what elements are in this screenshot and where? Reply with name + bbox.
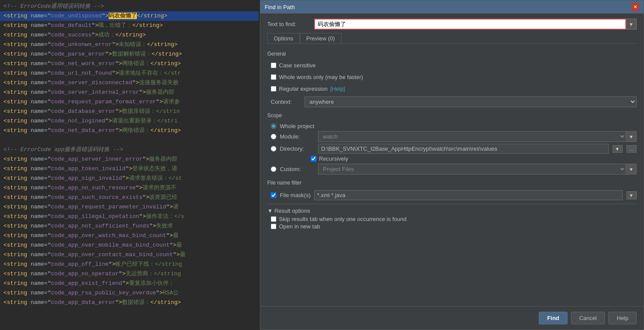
scope-module-dropdown-btn[interactable]: ▼ — [626, 131, 637, 142]
code-line: <string name="code_app_sign_invalid">请求签… — [0, 174, 259, 183]
code-line: <string name="code_default">哦，出错了：</stri… — [0, 21, 259, 30]
dialog-body: Text to find: ▼ Options Preview (0) Gene… — [260, 13, 644, 306]
skip-results-label[interactable]: Skip results tab when only one occurrenc… — [279, 216, 406, 222]
scope-whole-project-radio[interactable] — [271, 123, 276, 129]
cancel-button[interactable]: Cancel — [571, 312, 605, 324]
scope-directory-browse-btn[interactable]: … — [626, 145, 637, 153]
dialog-titlebar: Find in Path ✕ — [260, 0, 644, 13]
dialog-tabs: Options Preview (0) — [267, 33, 637, 44]
file-filter-label: File name filter — [267, 180, 637, 186]
code-line: <string name="code_app_request_parameter… — [0, 202, 259, 212]
scope-directory-row: Directory: D:\BBK_SVN\XTC_I2Base_AppHttp… — [267, 144, 637, 154]
text-to-find-row: Text to find: ▼ — [267, 19, 637, 30]
dialog-footer: Find Cancel Help — [260, 306, 644, 330]
code-line: <string name="code_app_server_inner_erro… — [0, 155, 259, 164]
context-row: Context: anywhere in strings in comments… — [267, 96, 637, 107]
whole-words-label[interactable]: Whole words only (may be faster) — [279, 74, 363, 80]
code-line — [0, 135, 259, 145]
scope-module-select-wrapper: watch ▼ — [318, 131, 637, 142]
help-button[interactable]: Help — [608, 312, 637, 324]
code-line: <string name="code_app_rsa_public_key_ov… — [0, 288, 259, 298]
scope-whole-project-label[interactable]: Whole project — [280, 123, 315, 129]
whole-words-row: Whole words only (may be faster) — [267, 74, 637, 80]
code-line: <string name="code_app_not_sufficient_fu… — [0, 221, 259, 231]
scope-directory-dropdown-btn[interactable]: ▼ — [612, 145, 623, 153]
search-input-wrapper: ▼ — [314, 19, 637, 30]
code-editor: <!-- ErrorCode通用错误码转换 --><string name="c… — [0, 0, 259, 330]
scope-custom-select-wrapper: Project Files ▼ — [318, 164, 637, 175]
code-line: <string name="code_app_off_line">账户已经下线：… — [0, 260, 259, 269]
scope-module-select[interactable]: watch — [318, 131, 626, 142]
open-new-tab-label[interactable]: Open in new tab — [279, 223, 320, 230]
find-button[interactable]: Find — [539, 312, 567, 324]
scope-directory-radio[interactable] — [271, 146, 276, 152]
scope-custom-label[interactable]: Custom: — [280, 166, 315, 172]
file-mask-label[interactable]: File mask(s) — [280, 192, 311, 198]
scope-directory-label[interactable]: Directory: — [280, 145, 315, 152]
scope-directory-value: D:\BBK_SVN\XTC_I2Base_AppHttpEncrypt\wat… — [318, 144, 609, 154]
code-line: <!-- ErrorCode app服务器错误码转换 --> — [0, 145, 259, 155]
file-mask-input[interactable] — [314, 190, 623, 200]
case-sensitive-checkbox[interactable] — [271, 63, 276, 68]
filemask-row: File mask(s) ▼ — [267, 190, 637, 200]
code-line: <string name="code_unkonwn_error">未知错误：<… — [0, 40, 259, 50]
general-section-label: General — [267, 51, 637, 57]
context-select[interactable]: anywhere in strings in comments except c… — [305, 96, 637, 107]
code-line: <string name="code_app_no_such_resourse"… — [0, 183, 259, 193]
scope-custom-radio[interactable] — [271, 166, 276, 172]
skip-results-row: Skip results tab when only one occurrenc… — [267, 216, 637, 222]
result-options-label[interactable]: ▼ Result options — [267, 208, 637, 214]
search-input[interactable] — [314, 19, 626, 30]
code-line: <string name="code_app_token_invaild">登录… — [0, 164, 259, 174]
code-line: <string name="code_app_over_mobile_max_b… — [0, 241, 259, 250]
code-line: <string name="code_app_data_error">数据错误：… — [0, 298, 259, 307]
recursively-label[interactable]: Recursively — [319, 155, 348, 162]
code-line: <string name="code_server_internal_error… — [0, 88, 259, 97]
tab-options[interactable]: Options — [267, 33, 300, 43]
regex-label[interactable]: Regular expression — [279, 86, 328, 92]
scope-module-row: Module: watch ▼ — [267, 131, 637, 142]
close-button[interactable]: ✕ — [631, 3, 639, 11]
scope-custom-dropdown-btn[interactable]: ▼ — [626, 164, 637, 175]
scope-module-radio[interactable] — [271, 134, 276, 139]
find-dialog: Find in Path ✕ Text to find: ▼ Options P… — [260, 0, 644, 330]
open-new-tab-row: Open in new tab — [267, 223, 637, 230]
code-lines: <!-- ErrorCode通用错误码转换 --><string name="c… — [0, 2, 259, 307]
regex-row: Regular expression [Help] — [267, 86, 637, 92]
code-line: <string name="code_app_illegal_opetation… — [0, 212, 259, 221]
case-sensitive-label[interactable]: Case sensitive — [279, 62, 316, 69]
scope-custom-select[interactable]: Project Files — [318, 164, 626, 175]
file-mask-dropdown-btn[interactable]: ▼ — [626, 191, 637, 199]
tab-preview[interactable]: Preview (0) — [300, 33, 342, 43]
file-mask-checkbox[interactable] — [271, 192, 276, 198]
code-line: <string name="code_undisposed">码农偷懒了</st… — [0, 11, 259, 21]
code-line: <string name="code_app_over_watch_max_bi… — [0, 231, 259, 241]
code-line: <string name="code_app_over_contact_max_… — [0, 250, 259, 260]
code-line: <string name="code_server_disconnected">… — [0, 78, 259, 88]
scope-whole-project-row: Whole project — [267, 123, 637, 129]
code-line: <string name="code_not_logined">请退出重新登录：… — [0, 116, 259, 126]
whole-words-checkbox[interactable] — [271, 74, 276, 80]
search-dropdown-btn[interactable]: ▼ — [626, 19, 637, 30]
open-new-tab-checkbox[interactable] — [271, 224, 276, 229]
scope-module-label[interactable]: Module: — [280, 133, 315, 140]
code-line: <string name="code_database_error">数据库错误… — [0, 107, 259, 116]
code-line: <string name="code_request_param_format_… — [0, 97, 259, 107]
code-line: <string name="code_app_no_operator">无运营商… — [0, 269, 259, 279]
regex-checkbox[interactable] — [271, 86, 276, 92]
code-line: <!-- ErrorCode通用错误码转换 --> — [0, 2, 259, 11]
dialog-title: Find in Path — [265, 4, 295, 10]
code-line: <string name="code_app_exist_friend">重复添… — [0, 279, 259, 288]
skip-results-checkbox[interactable] — [271, 216, 276, 222]
code-line: <string name="code_parse_error">数据解析错误：<… — [0, 50, 259, 59]
code-line: <string name="code_url_not_found">请求地址不存… — [0, 69, 259, 78]
result-section: ▼ Result options Skip results tab when o… — [267, 204, 637, 231]
scope-custom-row: Custom: Project Files ▼ — [267, 164, 637, 175]
scope-section-label: Scope — [267, 112, 637, 119]
code-line: <string name="code_app_such_source_exist… — [0, 193, 259, 202]
text-to-find-label: Text to find: — [267, 21, 311, 27]
code-line: <string name="code_net_data_error">网络错误：… — [0, 126, 259, 135]
recursively-checkbox[interactable] — [311, 156, 316, 162]
code-line: <string name="code_net_work_error">网络错误：… — [0, 59, 259, 69]
regex-help-link[interactable]: [Help] — [330, 86, 345, 92]
